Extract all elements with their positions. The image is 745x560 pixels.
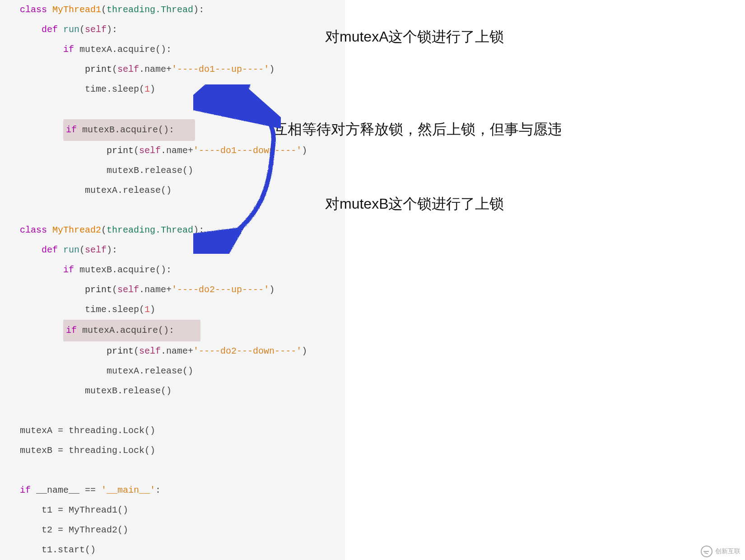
highlight-mutexb-acquire-1: if mutexB.acquire(): [63, 119, 195, 141]
annotation-deadlock: 互相等待对方释放锁，然后上锁，但事与愿违 [273, 120, 562, 140]
code-block: class MyThread1(threading.Thread): def r… [0, 0, 345, 560]
watermark-text: 创新互联 [715, 547, 740, 555]
highlight-mutexa-acquire-2: if mutexA.acquire(): [63, 320, 200, 341]
watermark: 创新互联 [701, 546, 740, 557]
annotation-mutexa-lock: 对mutexA这个锁进行了上锁 [325, 27, 504, 47]
logo-icon [701, 546, 712, 557]
annotation-mutexb-lock: 对mutexB这个锁进行了上锁 [325, 194, 504, 214]
